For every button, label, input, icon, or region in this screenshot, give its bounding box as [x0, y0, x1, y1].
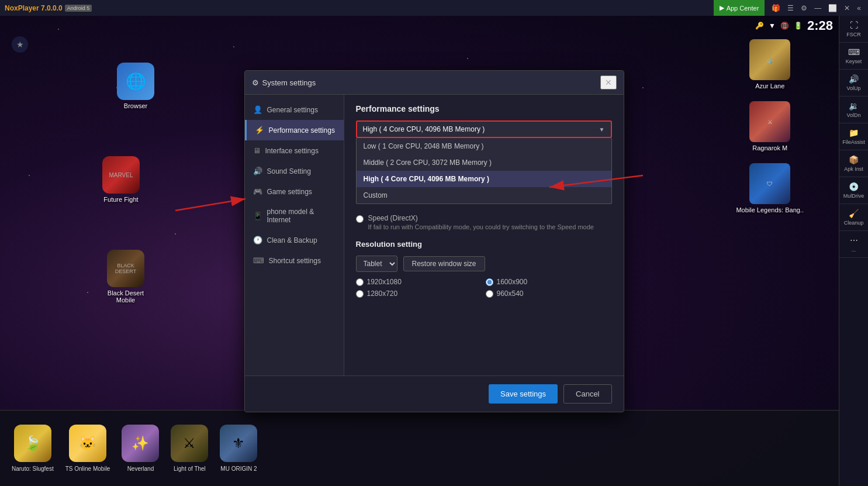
nav-phone[interactable]: 📱 phone model & Internet	[245, 202, 344, 230]
dialog-title: ⚙ System settings	[252, 78, 316, 87]
nav-sound-label: Sound Setting	[267, 167, 311, 175]
speed-radio-label[interactable]: Speed (DirectX) If fail to run with Comp…	[356, 214, 612, 230]
speed-desc: If fail to run with Compatibility mode, …	[368, 223, 594, 230]
nav-performance[interactable]: ⚡ Performance settings	[245, 120, 344, 140]
section-title: Performance settings	[356, 104, 612, 113]
dropdown-item-middle[interactable]: Middle ( 2 Core CPU, 3072 MB Memory )	[357, 154, 611, 171]
clean-icon: 🕐	[253, 236, 262, 244]
res-1920-label[interactable]: 1920x1080	[356, 278, 482, 286]
resolution-title: Resolution setting	[356, 240, 612, 249]
dropdown-item-high[interactable]: High ( 4 Core CPU, 4096 MB Memory )	[357, 171, 611, 187]
res-960-label[interactable]: 960x540	[486, 289, 612, 298]
speed-label: Speed (DirectX)	[368, 214, 594, 222]
dialog-overlay: ⚙ System settings ✕ 👤 General settings ⚡…	[0, 0, 868, 486]
res-1280-radio[interactable]	[356, 290, 364, 298]
res-960-text: 960x540	[497, 289, 524, 298]
nav-shortcut[interactable]: ⌨ Shortcut settings	[245, 250, 344, 271]
dropdown-menu: Low ( 1 Core CPU, 2048 MB Memory ) Middl…	[356, 138, 612, 204]
dialog-title-text: System settings	[262, 78, 316, 87]
dialog-footer: Save settings Cancel	[245, 375, 624, 412]
render-mode-group: Speed (DirectX) If fail to run with Comp…	[356, 214, 612, 230]
dialog-titlebar: ⚙ System settings ✕	[245, 71, 624, 95]
general-icon: 👤	[253, 105, 262, 114]
res-1600-label[interactable]: 1600x900	[486, 278, 612, 286]
res-1920-radio[interactable]	[356, 278, 364, 286]
nav-clean[interactable]: 🕐 Clean & Backup	[245, 230, 344, 250]
nav-game[interactable]: 🎮 Game settings	[245, 181, 344, 202]
shortcut-icon: ⌨	[253, 256, 264, 265]
nav-game-label: Game settings	[267, 188, 312, 196]
settings-nav: 👤 General settings ⚡ Performance setting…	[245, 95, 344, 375]
dialog-close-btn[interactable]: ✕	[600, 75, 617, 89]
sound-icon: 🔊	[253, 167, 262, 175]
dropdown-item-custom[interactable]: Custom	[357, 187, 611, 204]
nav-interface[interactable]: 🖥 Interface settings	[245, 140, 344, 161]
interface-icon: 🖥	[253, 146, 261, 155]
res-1600-text: 1600x900	[497, 278, 528, 286]
speed-radio[interactable]	[356, 215, 364, 223]
settings-gear-icon: ⚙	[252, 78, 259, 87]
resolution-grid: 1920x1080 1600x900 1280x720	[356, 278, 612, 298]
dialog-body: 👤 General settings ⚡ Performance setting…	[245, 95, 624, 375]
res-1600-radio[interactable]	[486, 278, 493, 286]
res-1280-label[interactable]: 1280x720	[356, 289, 482, 298]
nav-interface-label: Interface settings	[265, 147, 319, 155]
nav-shortcut-label: Shortcut settings	[269, 257, 321, 265]
resolution-section: Resolution setting Tablet Restore window…	[356, 240, 612, 298]
nav-performance-label: Performance settings	[269, 126, 335, 135]
game-icon: 🎮	[253, 187, 262, 196]
settings-dialog: ⚙ System settings ✕ 👤 General settings ⚡…	[244, 70, 624, 412]
res-1280-text: 1280x720	[367, 289, 398, 298]
performance-icon: ⚡	[255, 126, 264, 135]
settings-content: Performance settings High ( 4 Core CPU, …	[344, 95, 624, 375]
dropdown-item-low[interactable]: Low ( 1 Core CPU, 2048 MB Memory )	[357, 138, 611, 154]
speed-radio-content: Speed (DirectX) If fail to run with Comp…	[368, 214, 594, 230]
dropdown-arrow-icon: ▼	[599, 126, 605, 133]
res-1920-text: 1920x1080	[367, 278, 402, 286]
phone-icon: 📱	[253, 212, 262, 220]
preset-dropdown[interactable]: High ( 4 Core CPU, 4096 MB Memory ) ▼	[356, 120, 612, 138]
nav-phone-label: phone model & Internet	[267, 208, 336, 224]
cancel-btn[interactable]: Cancel	[563, 384, 611, 404]
nav-sound[interactable]: 🔊 Sound Setting	[245, 161, 344, 181]
restore-window-btn[interactable]: Restore window size	[403, 256, 485, 271]
save-settings-btn[interactable]: Save settings	[489, 384, 558, 404]
nav-general[interactable]: 👤 General settings	[245, 99, 344, 120]
resolution-row: Tablet Restore window size	[356, 256, 612, 272]
preset-value: High ( 4 Core CPU, 4096 MB Memory )	[363, 125, 485, 133]
nav-general-label: General settings	[267, 106, 318, 114]
resolution-type-select[interactable]: Tablet	[356, 256, 397, 272]
nav-clean-label: Clean & Backup	[267, 236, 317, 244]
content-below-dropdown: Speed (DirectX) If fail to run with Comp…	[356, 214, 612, 298]
res-960-radio[interactable]	[486, 290, 493, 298]
preset-container: High ( 4 Core CPU, 4096 MB Memory ) ▼ Lo…	[356, 120, 612, 138]
